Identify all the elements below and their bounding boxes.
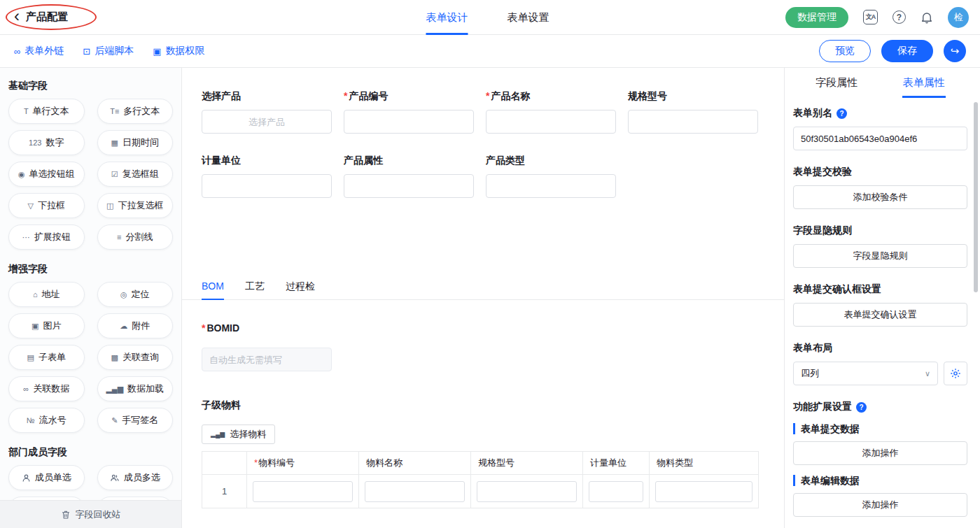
save-button[interactable]: 保存: [881, 40, 933, 62]
toolbar-actions: 预览 保存 ↪: [819, 40, 966, 62]
product-code-input[interactable]: [344, 110, 474, 134]
bell-icon[interactable]: [920, 11, 933, 24]
field-item-multi-line-text[interactable]: T≡ 多行文本: [97, 99, 174, 124]
field-item-dropdown[interactable]: ▽ 下拉框: [8, 193, 85, 218]
material-code-input[interactable]: [253, 481, 353, 502]
field-item-member-single[interactable]: 成员单选: [8, 465, 85, 490]
confirm-settings-button[interactable]: 表单提交确认设置: [793, 303, 967, 327]
backend-script-icon: ⊡: [83, 47, 90, 56]
material-table: 物料编号 物料名称 规格型号 计量单位 物料类型 1: [202, 451, 759, 508]
page-title: 产品配置: [26, 10, 68, 24]
field-item-data-load[interactable]: ▂▄▆ 数据加载: [97, 376, 174, 401]
extend-button-icon: ⋯: [22, 234, 30, 241]
data-permission-button[interactable]: ▣ 数据权限: [153, 45, 204, 57]
form-alias-input[interactable]: [793, 127, 967, 150]
visibility-rules-button[interactable]: 字段显隐规则: [793, 244, 967, 268]
field-item-signature[interactable]: ✎ 手写签名: [97, 408, 174, 433]
form-fields-grid: 选择产品 产品编号 产品名称 规格型号 计量单位 产品属性: [202, 90, 784, 198]
preview-button[interactable]: 预览: [819, 40, 871, 62]
field-item-related-data[interactable]: ∞ 关联数据: [8, 376, 85, 401]
trash-icon: [61, 510, 71, 520]
product-type-field[interactable]: 产品类型: [486, 155, 616, 198]
product-type-input[interactable]: [486, 174, 616, 198]
select-product-input[interactable]: [202, 110, 332, 134]
row-index-cell: 1: [202, 475, 247, 508]
unit-input[interactable]: [202, 174, 332, 198]
unit-cell-input[interactable]: [589, 481, 643, 502]
spec-model-cell-input[interactable]: [477, 481, 577, 502]
tab-form-settings[interactable]: 表单设置: [507, 0, 549, 35]
external-link-button[interactable]: ∞ 表单外链: [14, 45, 64, 57]
translate-icon[interactable]: 文A: [863, 10, 878, 24]
field-item-number[interactable]: 123 数字: [8, 130, 85, 155]
field-recycle-bin[interactable]: 字段回收站: [0, 500, 181, 528]
submit-add-operation-button[interactable]: 添加操作: [793, 441, 967, 465]
question-circle-icon[interactable]: ?: [836, 108, 847, 119]
col-spec-model: 规格型号: [471, 452, 583, 475]
back-button[interactable]: ‹ 产品配置: [14, 10, 68, 24]
field-item-subform[interactable]: ▤ 子表单: [8, 345, 85, 370]
tab-bom[interactable]: BOM: [202, 280, 224, 299]
signature-icon: ✎: [111, 417, 118, 424]
field-item-checkbox-group[interactable]: ☑ 复选框组: [97, 162, 174, 187]
number-icon: 123: [29, 139, 41, 147]
tab-field-properties[interactable]: 字段属性: [793, 68, 881, 98]
product-attr-field[interactable]: 产品属性: [344, 155, 474, 198]
divider-icon: ≡: [117, 234, 121, 241]
tab-form-properties[interactable]: 表单属性: [881, 68, 968, 98]
field-item-radio-group[interactable]: ◉ 单选按钮组: [8, 162, 85, 187]
select-material-button[interactable]: ▂▄▆ 选择物料: [202, 424, 275, 444]
datetime-icon: ▦: [111, 139, 118, 147]
field-item-dropdown-multi[interactable]: ◫ 下拉复选框: [97, 193, 174, 218]
product-name-input[interactable]: [486, 110, 616, 134]
add-validation-button[interactable]: 添加校验条件: [793, 185, 967, 209]
backend-script-button[interactable]: ⊡ 后端脚本: [83, 45, 134, 57]
field-item-image[interactable]: ▣ 图片: [8, 313, 85, 338]
field-item-extend-button[interactable]: ⋯ 扩展按钮: [8, 224, 85, 250]
field-item-address[interactable]: ⌂ 地址: [8, 282, 85, 307]
main-area: 基础字段 T 单行文本 T≡ 多行文本 123 数字 ▦ 日期时间 ◉ 单选按钮…: [0, 68, 980, 528]
product-name-field[interactable]: 产品名称: [486, 90, 616, 134]
tab-form-design[interactable]: 表单设计: [426, 0, 468, 35]
product-attr-input[interactable]: [344, 174, 474, 198]
avatar[interactable]: 检: [948, 7, 969, 28]
spec-model-field[interactable]: 规格型号: [628, 90, 758, 134]
col-material-code: 物料编号: [247, 452, 359, 475]
field-item-attachment[interactable]: ☁ 附件: [97, 313, 174, 338]
field-item-single-line-text[interactable]: T 单行文本: [8, 99, 85, 124]
field-item-member-multi[interactable]: 成员多选: [97, 465, 174, 490]
tab-process[interactable]: 工艺: [245, 280, 265, 299]
dropdown-multi-icon: ◫: [106, 202, 113, 210]
col-unit: 计量单位: [583, 452, 650, 475]
tab-process-inspection[interactable]: 过程检: [286, 280, 315, 299]
field-item-divider[interactable]: ≡ 分割线: [97, 224, 174, 250]
share-button[interactable]: ↪: [944, 40, 966, 62]
field-item-serial-number[interactable]: № 流水号: [8, 408, 85, 433]
field-item-location[interactable]: ◎ 定位: [97, 282, 174, 307]
visibility-title: 字段显隐规则: [793, 224, 967, 237]
properties-tabs: 字段属性 表单属性: [793, 68, 967, 98]
header-actions: 数据管理 文A ? 检: [785, 7, 969, 28]
chevron-down-icon: ∨: [925, 369, 930, 378]
select-product-field[interactable]: 选择产品: [202, 90, 332, 134]
spec-model-input[interactable]: [628, 110, 758, 134]
help-icon[interactable]: ?: [892, 10, 906, 24]
location-icon: ◎: [120, 291, 127, 299]
material-name-input[interactable]: [365, 481, 465, 502]
edit-add-operation-button[interactable]: 添加操作: [793, 493, 967, 517]
section-title-enhanced-fields: 增强字段: [8, 262, 173, 275]
field-item-related-query[interactable]: ▩ 关联查询: [97, 345, 174, 370]
material-type-input[interactable]: [655, 481, 752, 502]
col-material-name: 物料名称: [359, 452, 471, 475]
field-item-datetime[interactable]: ▦ 日期时间: [97, 130, 174, 155]
data-manage-button[interactable]: 数据管理: [785, 7, 848, 28]
bomid-input[interactable]: [202, 348, 332, 371]
data-load-icon: ▂▄▆: [106, 385, 123, 393]
scrollbar-thumb[interactable]: [974, 102, 978, 292]
unit-field[interactable]: 计量单位: [202, 155, 332, 198]
layout-select[interactable]: 四列 ∨: [793, 362, 938, 385]
detail-tabs: BOM 工艺 过程检: [182, 280, 784, 300]
layout-gear-button[interactable]: [944, 362, 967, 385]
product-code-field[interactable]: 产品编号: [344, 90, 474, 134]
question-circle-icon[interactable]: ?: [856, 402, 867, 413]
